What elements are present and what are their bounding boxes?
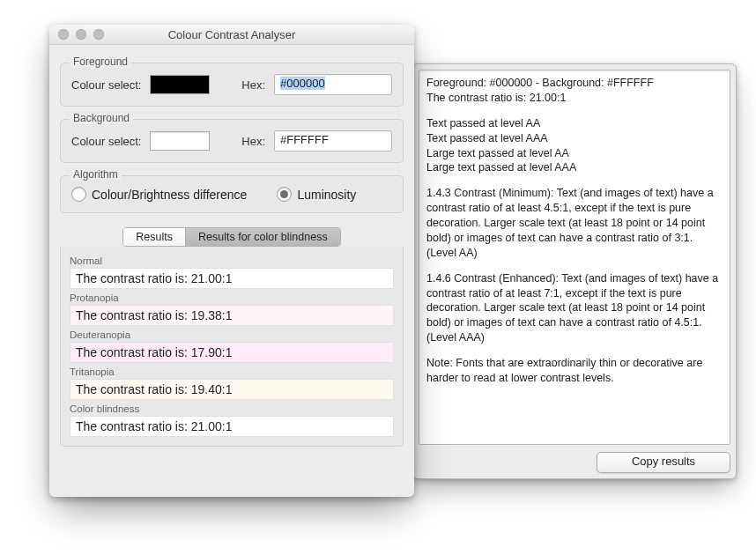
result-heading: Color blindness [70, 403, 394, 414]
results-panel: Foreground: #000000 - Background: #FFFFF… [419, 70, 730, 445]
results-window: Foreground: #000000 - Background: #FFFFF… [412, 63, 737, 479]
bg-select-label: Colour select: [71, 135, 141, 148]
results-footer: Copy results [413, 447, 736, 478]
report-note: Note: Fonts that are extraordinarily thi… [426, 356, 723, 386]
report-pass-aa: Text passed at level AA [426, 116, 723, 131]
report-large-aaa: Large text passed at level AAA [426, 160, 723, 175]
results-tabs: Results Results for color blindness [60, 227, 404, 247]
fg-hex-label: Hex: [241, 78, 265, 92]
background-group-label: Background [70, 112, 133, 124]
radio-icon [277, 187, 292, 202]
result-line: The contrast ratio is: 19.40:1 [70, 379, 394, 400]
bg-hex-input[interactable]: #FFFFFF [274, 130, 392, 152]
result-line: The contrast ratio is: 21.00:1 [70, 416, 394, 437]
result-heading: Protanopia [70, 292, 394, 303]
fg-hex-value: #000000 [280, 77, 325, 90]
report-pass-aaa: Text passed at level AAA [426, 131, 723, 146]
radio-luminosity[interactable]: Luminosity [277, 187, 356, 202]
bg-colour-swatch[interactable] [150, 131, 210, 151]
zoom-icon[interactable] [93, 29, 104, 40]
bg-hex-label: Hex: [241, 135, 265, 148]
window-title: Colour Contrast Analyser [49, 28, 414, 41]
bg-hex-value: #FFFFFF [280, 133, 329, 146]
result-line: The contrast ratio is: 17.90:1 [70, 342, 394, 363]
foreground-group-label: Foreground [70, 56, 131, 68]
report-143: 1.4.3 Contrast (Minimum): Text (and imag… [426, 186, 723, 260]
main-window: Colour Contrast Analyser Foreground Colo… [49, 25, 414, 497]
report-header: Foreground: #000000 - Background: #FFFFF… [426, 76, 723, 91]
result-heading: Tritanopia [70, 366, 394, 377]
result-line: The contrast ratio is: 21.00:1 [70, 268, 394, 289]
result-heading: Normal [70, 255, 394, 266]
copy-results-button[interactable]: Copy results [597, 452, 730, 473]
foreground-group: Foreground Colour select: Hex: #000000 [60, 63, 404, 107]
result-heading: Deuteranopia [70, 329, 394, 340]
results-list: Normal The contrast ratio is: 21.00:1 Pr… [60, 247, 404, 447]
report-ratio: The contrast ratio is: 21.00:1 [426, 91, 723, 106]
background-group: Background Colour select: Hex: #FFFFFF [60, 119, 404, 163]
report-large-aa: Large text passed at level AA [426, 146, 723, 161]
titlebar: Colour Contrast Analyser [49, 25, 414, 45]
close-icon[interactable] [58, 29, 69, 40]
fg-hex-input[interactable]: #000000 [274, 74, 392, 95]
tab-results[interactable]: Results [123, 228, 186, 246]
radio-icon [71, 187, 86, 202]
radio-colour-brightness[interactable]: Colour/Brightness difference [71, 187, 247, 202]
window-controls [49, 29, 104, 40]
minimize-icon[interactable] [76, 29, 86, 40]
radio-label: Luminosity [297, 188, 356, 202]
algorithm-group-label: Algorithm [70, 168, 122, 181]
results-text: Foreground: #000000 - Background: #FFFFF… [419, 70, 730, 445]
result-line: The contrast ratio is: 19.38:1 [70, 305, 394, 326]
algorithm-group: Algorithm Colour/Brightness difference L… [60, 175, 404, 213]
tab-results-colorblind[interactable]: Results for color blindness [186, 228, 340, 246]
fg-select-label: Colour select: [71, 78, 141, 92]
fg-colour-swatch[interactable] [150, 75, 210, 94]
report-146: 1.4.6 Contrast (Enhanced): Text (and ima… [426, 271, 723, 345]
radio-label: Colour/Brightness difference [92, 188, 247, 202]
